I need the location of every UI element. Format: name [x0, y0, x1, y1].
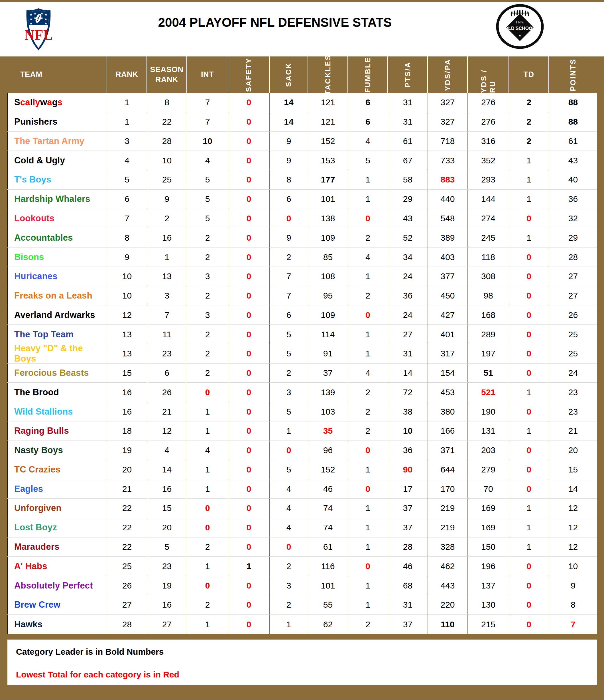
points-value: 12: [549, 538, 597, 556]
td-value: 1: [509, 518, 549, 537]
int-value: 2: [187, 286, 228, 305]
team-name: Ferocious Beasts: [7, 364, 107, 383]
fumble-value: 2: [348, 286, 388, 305]
table-row: TC Crazies2014105152190644279015: [7, 460, 597, 480]
column-header-sack: SACK: [270, 56, 308, 93]
yds_pa-value: 220: [428, 595, 468, 615]
yds_ru-value: 276: [468, 112, 509, 131]
tackles-value: 121: [308, 93, 348, 112]
yds_pa-value: 154: [428, 364, 468, 383]
table-row: Bisons9120285434403118028: [7, 248, 597, 267]
yds_ru-value: 352: [468, 151, 509, 170]
team-name-segment: The Brood: [14, 387, 59, 398]
tackles-value: 177: [308, 170, 348, 189]
int-value: 2: [187, 595, 228, 615]
pts_a-value: 24: [388, 305, 428, 324]
points-value: 61: [549, 132, 597, 151]
table-body: Scallywags187014121631327276288Punishers…: [7, 93, 597, 634]
team-name-segment: w: [40, 97, 47, 107]
yds_ru-value: 196: [468, 556, 509, 576]
int-value: 0: [187, 518, 228, 537]
table-row: Heavy "D" & the Boys13232059113131719702…: [7, 344, 597, 364]
yds_ru-value: 203: [468, 441, 509, 460]
column-header-rank: RANK: [107, 56, 147, 93]
team-name-segment: Punishers: [14, 117, 57, 127]
season_rank-value: 19: [147, 576, 187, 595]
yds_ru-value: 308: [468, 267, 509, 286]
safety-value: 0: [228, 151, 270, 170]
rank-value: 28: [107, 615, 147, 634]
team-name: A' Habs: [7, 556, 107, 576]
yds_pa-value: 440: [428, 190, 468, 209]
pts_a-value: 67: [388, 151, 428, 170]
sack-value: 3: [270, 383, 308, 402]
team-name-segment: Cold & Ugly: [14, 155, 65, 166]
rank-value: 13: [107, 325, 147, 344]
fumble-value: 2: [348, 615, 388, 634]
rank-value: 7: [107, 209, 147, 228]
safety-value: 0: [228, 305, 270, 324]
points-value: 21: [549, 421, 597, 441]
season_rank-value: 23: [147, 556, 187, 576]
table-row: Cold & Ugly410409153567733352143: [7, 151, 597, 170]
int-value: 2: [187, 344, 228, 363]
sack-value: 2: [270, 364, 308, 383]
team-name: Hawks: [7, 615, 107, 634]
rank-value: 13: [107, 344, 147, 363]
yds_pa-value: 462: [428, 556, 468, 576]
sack-value: 9: [270, 151, 308, 170]
team-name-segment: Absolutely Perfect: [14, 580, 93, 591]
rank-value: 15: [107, 364, 147, 383]
team-name: TC Crazies: [7, 460, 107, 479]
yds_pa-value: 883: [428, 170, 468, 189]
yds_ru-value: 51: [468, 364, 509, 383]
table-row: Absolutely Perfect261900310116844313709: [7, 576, 597, 595]
tackles-value: 74: [308, 518, 348, 537]
yds_ru-value: 131: [468, 421, 509, 441]
safety-value: 0: [228, 383, 270, 402]
td-value: 0: [509, 344, 549, 363]
td-value: 0: [509, 460, 549, 479]
tackles-value: 103: [308, 402, 348, 421]
season_rank-value: 9: [147, 190, 187, 209]
fumble-value: 1: [348, 267, 388, 286]
team-name: Brew Crew: [7, 595, 107, 615]
td-value: 0: [509, 595, 549, 615]
int-value: 0: [187, 499, 228, 518]
left-chevron-icon: ‹: [508, 26, 510, 30]
team-name-segment: ly: [33, 97, 40, 107]
team-name: Wild Stallions: [7, 402, 107, 421]
rank-value: 22: [107, 499, 147, 518]
yds_ru-value: 276: [468, 93, 509, 112]
pts_a-value: 36: [388, 441, 428, 460]
int-value: 5: [187, 190, 228, 209]
yds_pa-value: 401: [428, 325, 468, 344]
safety-value: 0: [228, 112, 270, 131]
team-name-segment: Heavy "D" & the Boys: [14, 344, 107, 363]
td-value: 1: [509, 170, 549, 189]
table-row: Punishers1227014121631327276288: [7, 112, 597, 132]
fumble-value: 1: [348, 538, 388, 556]
int-value: 0: [187, 383, 228, 402]
pts_a-value: 10: [388, 421, 428, 441]
season_rank-value: 6: [147, 364, 187, 383]
team-name: Accountables: [7, 228, 107, 247]
fumble-value: 1: [348, 170, 388, 189]
td-value: 1: [509, 421, 549, 441]
season_rank-value: 12: [147, 421, 187, 441]
int-value: 3: [187, 267, 228, 286]
points-value: 25: [549, 344, 597, 363]
fumble-value: 1: [348, 344, 388, 363]
team-name-segment: T's Boys: [14, 175, 51, 185]
sack-value: 5: [270, 460, 308, 479]
int-value: 4: [187, 441, 228, 460]
tackles-value: 116: [308, 556, 348, 576]
team-name: Cold & Ugly: [7, 151, 107, 170]
safety-value: 0: [228, 248, 270, 267]
team-name-segment: ca: [20, 97, 30, 107]
td-value: 1: [509, 151, 549, 170]
season_rank-value: 5: [147, 538, 187, 556]
team-name: Eagles: [7, 479, 107, 498]
table-row: Hawks28271016223711021507: [7, 615, 597, 634]
team-name-segment: TC Crazies: [14, 465, 60, 475]
